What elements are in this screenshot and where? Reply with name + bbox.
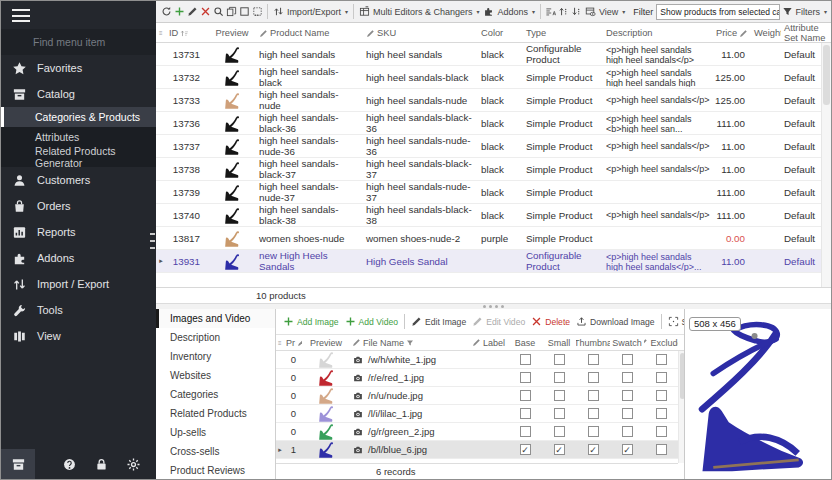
small-checkbox[interactable]: ✓ [554,444,565,455]
col-header-price[interactable]: Price [713,24,751,42]
col-header-file-name[interactable]: File Name [350,335,470,350]
text-rule-button[interactable] [544,3,557,21]
product-row-13736[interactable]: 13736high heel sandals-black-36high heel… [156,112,831,135]
zoom-in-icon[interactable] [813,445,826,458]
sidebar-item-categories-products[interactable]: Categories & Products [1,107,156,127]
base-checkbox[interactable] [520,408,531,419]
sidebar-item-tools[interactable]: Tools [1,297,156,323]
exclude-checkbox[interactable] [656,426,667,437]
tab-images-and-video[interactable]: Images and Video [156,309,275,328]
hamburger-menu-icon[interactable] [12,9,30,22]
copy-button[interactable] [225,3,238,21]
import-export-dropdown[interactable]: Import/Export▾ [271,3,350,21]
sort-up-button[interactable] [557,3,570,21]
sidebar-bottom-lock-icon[interactable] [85,449,117,479]
sidebar-bottom-settings-icon[interactable] [117,449,149,479]
refresh-button[interactable] [160,3,173,21]
product-row-13817[interactable]: 13817women shoes-nudewomen shoes-nude-2p… [156,227,831,250]
col-header-label[interactable]: Label [470,335,508,350]
tab-websites[interactable]: Websites [156,366,275,385]
delete-button[interactable] [199,3,212,21]
external-link-icon[interactable] [813,341,826,354]
product-row-13731[interactable]: 13731high heel sandalshigh heel sandalsb… [156,43,831,66]
exclude-checkbox[interactable] [656,372,667,383]
product-row-13738[interactable]: 13738high heel sandals-black-37high heel… [156,158,831,181]
edit-image-button[interactable]: Edit Image [408,313,469,331]
zoom-out-icon[interactable] [813,465,826,478]
sidebar-item-import-export[interactable]: Import / Export [1,271,156,297]
tab-related-products[interactable]: Related Products [156,404,275,423]
base-checkbox[interactable] [520,390,531,401]
small-checkbox[interactable] [554,372,565,383]
sidebar-item-reports[interactable]: Reports [1,219,156,245]
col-header-description[interactable]: Description [603,24,713,42]
sidebar-search-input[interactable]: Find menu item [1,29,156,55]
swatch-checkbox[interactable] [622,372,633,383]
base-checkbox[interactable] [520,354,531,365]
image-row-white-1-jpg[interactable]: 0/w/h/white_1.jpg [276,351,686,369]
exclude-checkbox[interactable] [656,444,667,455]
select-cells-button[interactable] [251,3,264,21]
add-button[interactable] [173,3,186,21]
col-header-color[interactable]: Color [478,24,523,42]
col-header-product-name[interactable]: Product Name [256,24,363,42]
sidebar-splitter-grip[interactable] [150,233,155,249]
tab-description[interactable]: Description [156,328,275,347]
thumbnail-checkbox[interactable] [588,390,599,401]
products-scrollbar[interactable] [821,43,831,287]
col-header-small[interactable]: Small [542,335,576,350]
sidebar-bottom-help-icon[interactable] [53,449,85,479]
image-row-blue-6-jpg[interactable]: ▸1/b/l/blue_6.jpg✓✓✓✓ [276,441,686,459]
sidebar-item-attributes[interactable]: Attributes [1,127,156,147]
exclude-checkbox[interactable] [656,390,667,401]
base-checkbox[interactable] [520,426,531,437]
filters-dropdown[interactable]: Filters▾ [780,3,830,21]
edit-button[interactable] [186,3,199,21]
small-checkbox[interactable] [554,354,565,365]
swatch-checkbox[interactable] [622,390,633,401]
base-checkbox[interactable]: ✓ [520,444,531,455]
col-header-weight[interactable]: Weight [751,24,781,42]
product-row-13737[interactable]: 13737high heel sandals-nude-36high heel … [156,135,831,158]
sidebar-item-customers[interactable]: Customers [1,167,156,193]
thumbnail-checkbox[interactable] [588,372,599,383]
tab-categories[interactable]: Categories [156,385,275,404]
col-header-preview[interactable]: Preview [302,335,350,350]
tab-product-reviews[interactable]: Product Reviews [156,461,275,480]
thumbnail-checkbox[interactable] [588,408,599,419]
image-row-red-1-jpg[interactable]: 0/r/e/red_1.jpg [276,369,686,387]
set-resize-rule-button[interactable]: Set Resize Rule [665,313,686,331]
swatch-checkbox[interactable] [622,408,633,419]
exclude-checkbox[interactable] [656,354,667,365]
col-header-preview[interactable]: Preview [208,24,256,42]
sidebar-item-favorites[interactable]: Favorites [1,55,156,81]
base-checkbox[interactable] [520,372,531,383]
col-header-exclude[interactable]: Exclude [644,335,678,350]
tab-cross-sells[interactable]: Cross-sells [156,442,275,461]
tab-inventory[interactable]: Inventory [156,347,275,366]
col-header-id[interactable]: ID [166,24,208,42]
col-header-position[interactable]: Pr [284,335,302,350]
exclude-checkbox[interactable] [656,408,667,419]
small-checkbox[interactable] [554,390,565,401]
product-row-13732[interactable]: 13732high heel sandals-blackhigh heel sa… [156,66,831,89]
fullscreen-icon[interactable] [813,321,826,334]
add-video-button[interactable]: Add Video [342,313,402,331]
small-checkbox[interactable] [554,426,565,437]
view-dropdown[interactable]: View▾ [583,3,627,21]
col-header-swatch[interactable]: Swatch [610,335,644,350]
image-row-green-2-jpg[interactable]: 0/g/r/green_2.jpg [276,423,686,441]
tab-up-sells[interactable]: Up-sells [156,423,275,442]
add-image-button[interactable]: Add Image [280,313,342,331]
thumbnail-checkbox[interactable] [588,354,599,365]
delete-button[interactable]: Delete [528,313,573,331]
swatch-checkbox[interactable] [622,354,633,365]
sidebar-bottom-store-icon[interactable] [1,449,35,479]
col-header-sku[interactable]: SKU [363,24,478,42]
multi-editors-changers-dropdown[interactable]: Multi Editors & Changers▾ [357,3,482,21]
image-row-lilac-1-jpg[interactable]: 0/l/i/lilac_1.jpg [276,405,686,423]
checkbox-button[interactable] [238,3,251,21]
sidebar-item-catalog[interactable]: Catalog [1,81,156,107]
thumbnail-checkbox[interactable]: ✓ [588,444,599,455]
sort-down-button[interactable] [570,3,583,21]
